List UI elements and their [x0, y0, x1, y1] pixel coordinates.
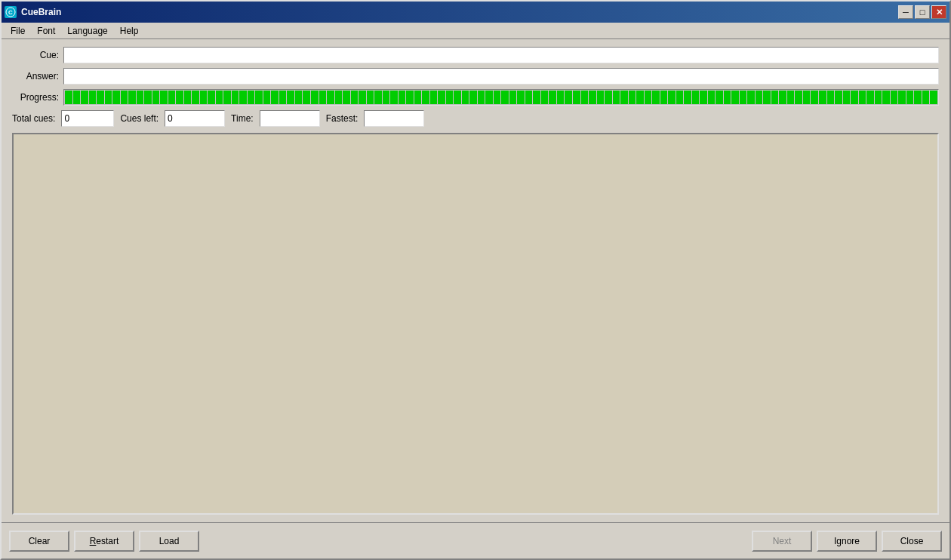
next-button[interactable]: Next	[752, 531, 812, 552]
progress-segment	[65, 91, 72, 104]
progress-segment	[311, 91, 319, 104]
progress-segment	[399, 91, 406, 104]
progress-segment	[866, 91, 874, 104]
progress-segment	[239, 91, 247, 104]
progress-segment	[255, 91, 263, 104]
answer-row: Answer:	[12, 68, 939, 85]
progress-segment	[390, 91, 398, 104]
progress-segment	[914, 91, 922, 104]
progress-segment	[287, 91, 294, 104]
progress-segment	[105, 91, 112, 104]
time-input[interactable]	[260, 110, 320, 127]
progress-segment	[295, 91, 303, 104]
progress-segment	[263, 91, 271, 104]
cue-input[interactable]	[63, 47, 939, 63]
progress-segment	[160, 91, 168, 104]
progress-segment	[882, 91, 890, 104]
fastest-input[interactable]	[364, 110, 424, 127]
progress-segment	[279, 91, 287, 104]
progress-segment	[176, 91, 183, 104]
progress-segment	[374, 91, 382, 104]
progress-segment	[724, 91, 731, 104]
progress-segment	[589, 91, 596, 104]
progress-segment	[851, 91, 858, 104]
progress-segment	[779, 91, 786, 104]
progress-bar	[63, 89, 939, 106]
progress-segment	[708, 91, 716, 104]
progress-segment	[549, 91, 556, 104]
progress-segment	[859, 91, 866, 104]
progress-segment	[541, 91, 549, 104]
clear-button[interactable]: Clear	[9, 531, 69, 552]
close-button[interactable]: Close	[882, 531, 942, 552]
main-window: C CueBrain ─ □ ✕ File Font Language Help…	[0, 0, 951, 560]
progress-segment	[597, 91, 605, 104]
time-label: Time:	[231, 113, 254, 124]
progress-segment	[811, 91, 818, 104]
progress-segment	[81, 91, 88, 104]
progress-segment	[756, 91, 763, 104]
progress-segment	[835, 91, 842, 104]
progress-segment	[406, 91, 414, 104]
cues-left-input[interactable]	[165, 110, 225, 127]
restore-button[interactable]: □	[915, 5, 930, 19]
progress-segment	[462, 91, 469, 104]
menu-help[interactable]: Help	[114, 24, 145, 38]
progress-segment	[121, 91, 128, 104]
progress-segment	[454, 91, 461, 104]
progress-segment	[367, 91, 374, 104]
progress-segment	[446, 91, 454, 104]
progress-segment	[771, 91, 779, 104]
progress-row: Progress:	[12, 89, 939, 106]
progress-segment	[200, 91, 208, 104]
progress-segment	[676, 91, 684, 104]
ignore-button[interactable]: Ignore	[817, 531, 877, 552]
progress-segment	[819, 91, 826, 104]
progress-segment	[557, 91, 565, 104]
progress-segment	[232, 91, 239, 104]
progress-segment	[223, 91, 231, 104]
minimize-button[interactable]: ─	[898, 5, 913, 19]
total-cues-label: Total cues:	[12, 113, 55, 124]
progress-segment	[652, 91, 660, 104]
progress-segment	[605, 91, 612, 104]
restart-button[interactable]: Restart	[74, 531, 134, 552]
menu-file[interactable]: File	[5, 24, 31, 38]
svg-text:C: C	[8, 9, 13, 16]
window-close-button[interactable]: ✕	[931, 5, 946, 19]
progress-segment	[89, 91, 97, 104]
progress-segment	[208, 91, 215, 104]
progress-segment	[533, 91, 540, 104]
progress-segment	[827, 91, 835, 104]
progress-segment	[422, 91, 429, 104]
stats-row: Total cues: Cues left: Time: Fastest:	[12, 110, 939, 127]
load-button[interactable]: Load	[139, 531, 199, 552]
menu-font[interactable]: Font	[31, 24, 61, 38]
progress-segment	[930, 91, 937, 104]
menu-language[interactable]: Language	[61, 24, 113, 38]
progress-segment	[795, 91, 802, 104]
progress-segment	[620, 91, 628, 104]
main-content: Cue: Answer: Progress: Total cues: Cues …	[2, 39, 949, 522]
progress-segment	[763, 91, 771, 104]
progress-segment	[636, 91, 644, 104]
progress-segment	[494, 91, 501, 104]
fastest-label: Fastest:	[326, 113, 359, 124]
progress-segment	[629, 91, 636, 104]
progress-segments	[64, 90, 938, 105]
progress-segment	[517, 91, 525, 104]
progress-segment	[700, 91, 707, 104]
total-cues-input[interactable]	[61, 110, 114, 127]
progress-segment	[843, 91, 851, 104]
progress-segment	[303, 91, 310, 104]
app-icon: C	[5, 6, 17, 18]
progress-segment	[383, 91, 390, 104]
progress-segment	[660, 91, 668, 104]
progress-segment	[469, 91, 477, 104]
progress-segment	[684, 91, 691, 104]
answer-label: Answer:	[12, 71, 59, 82]
progress-segment	[248, 91, 255, 104]
progress-segment	[152, 91, 160, 104]
answer-input[interactable]	[63, 68, 939, 85]
progress-segment	[112, 91, 120, 104]
